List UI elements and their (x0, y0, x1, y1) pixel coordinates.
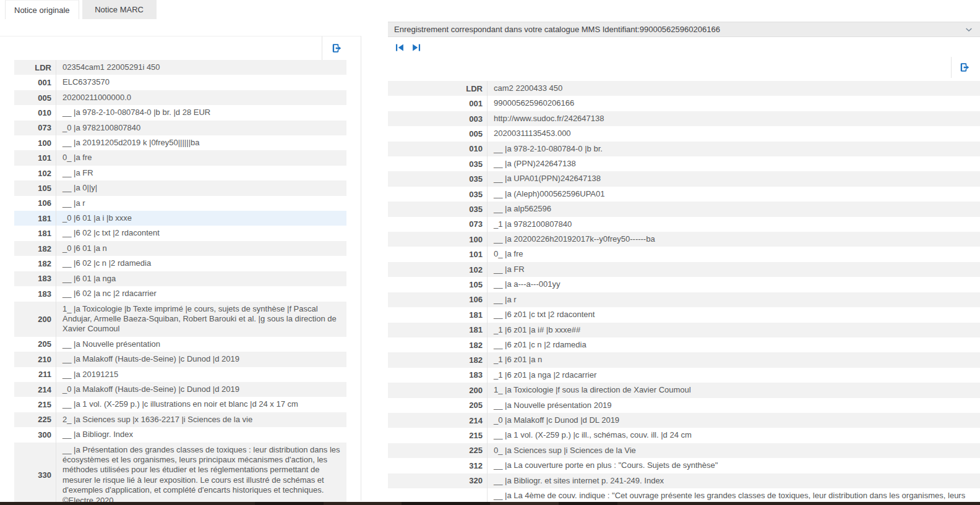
marc-field-row[interactable]: 183 __ |6 02 |a nc |2 rdacarrier (14, 286, 346, 301)
tab-notice-marc[interactable]: Notice MARC (82, 0, 157, 19)
marc-field-row[interactable]: 100 __ |a 20200226h20192017k--y0frey50--… (388, 232, 980, 247)
field-tag: 312 (388, 458, 487, 473)
marc-field-row[interactable]: 181 __ |6 z01 |c txt |2 rdacontent (388, 307, 980, 322)
marc-field-row[interactable]: 005 20200311135453.000 (388, 126, 980, 141)
marc-field-row[interactable]: 214 _0 |a Malakoff |c Dunod |d DL 2019 (388, 413, 980, 428)
marc-field-row[interactable]: 181 __ |6 02 |c txt |2 rdacontent (14, 226, 346, 240)
marc-field-row[interactable]: 225 0_ |a Sciences sup |i Sciences de la… (388, 443, 980, 458)
marc-field-row[interactable]: 183 __ |6 01 |a nga (14, 271, 346, 286)
original-marc-table: LDR 02354cam1 22005291i 450 001 ELC63735… (14, 60, 346, 505)
field-value: __ |a r (56, 196, 346, 211)
marc-field-row[interactable]: 312 __ |a La couverture porte en plus : … (388, 458, 980, 473)
marc-field-row[interactable]: 035 __ |a (PPN)242647138 (388, 156, 980, 171)
field-value: _1 |6 z01 |a i# |b xxxe## (487, 323, 980, 337)
marc-field-row[interactable]: 010 __ |a 978-2-10-080784-0 |b br. |d 28… (14, 105, 346, 120)
marc-compare-page: Notice originale Notice MARC LDR 02354ca… (0, 0, 980, 505)
marc-field-row[interactable]: 210 __ |a Malakoff (Hauts-de-Seine) |c D… (14, 352, 346, 367)
marc-field-row[interactable]: 105 __ |a 0||y| (14, 180, 346, 195)
marc-field-row[interactable]: 200 1_ |a Toxicologie |f sous la directi… (388, 383, 980, 397)
marc-field-row[interactable]: LDR 02354cam1 22005291i 450 (14, 60, 346, 75)
marc-field-row[interactable]: 101 0_ |a fre (388, 247, 980, 261)
marc-field-row[interactable]: 102 __ |a FR (388, 262, 980, 277)
export-record-button[interactable] (331, 42, 343, 54)
field-value: __ |a Nouvelle présentation (56, 337, 346, 352)
marc-field-row[interactable]: 330 __ |a Présentation des grandes class… (14, 443, 346, 505)
field-tag: 330 (14, 443, 56, 505)
field-value: __ |a 20200226h20192017k--y0frey50------… (487, 232, 980, 247)
marc-field-row[interactable]: 035 __ |a alp562596 (388, 202, 980, 216)
field-value: cam2 2200433 450 (487, 81, 980, 96)
marc-field-row[interactable]: 205 __ |a Nouvelle présentation (14, 337, 346, 352)
field-value: __ |a Bibliogr. Index (56, 427, 346, 442)
first-record-button[interactable] (392, 41, 406, 54)
field-value: __ |6 02 |c txt |2 rdacontent (56, 226, 346, 240)
export-record-button[interactable] (959, 61, 971, 74)
field-tag: 035 (388, 171, 487, 186)
field-tag: 106 (14, 196, 56, 211)
marc-field-row[interactable]: 073 _1 |a 9782100807840 (388, 217, 980, 232)
field-tag: 102 (14, 166, 56, 180)
field-value: __ |a 20191215 (56, 367, 346, 382)
marc-field-row[interactable]: 182 __ |6 z01 |c n |2 rdamedia (388, 337, 980, 352)
field-tag: 225 (388, 443, 487, 458)
field-value: _0 |6 01 |a n (56, 241, 346, 256)
right-toolbar (388, 58, 980, 76)
field-value: __ |a 20191205d2019 k |0frey50||||||ba (56, 135, 346, 150)
marc-field-row[interactable]: 183 _1 |6 z01 |a nga |2 rdacarrier (388, 368, 980, 383)
marc-field-row[interactable]: 101 0_ |a fre (14, 150, 346, 165)
marc-field-row[interactable]: 214 _0 |a Malakoff (Hauts-de-Seine) |c D… (14, 382, 346, 397)
field-value: _0 |a Malakoff (Hauts-de-Seine) |c Dunod… (56, 382, 346, 397)
marc-field-row[interactable]: 102 __ |a FR (14, 166, 346, 180)
field-value: __ |a 0||y| (56, 180, 346, 195)
marc-field-row[interactable]: 182 _1 |6 z01 |a n (388, 352, 980, 367)
marc-field-row[interactable]: 100 __ |a 20191205d2019 k |0frey50||||||… (14, 135, 346, 150)
marc-field-row[interactable]: 035 __ |a (Aleph)000562596UPA01 (388, 187, 980, 202)
marc-field-row[interactable]: 215 __ |a 1 vol. (X-259 p.) |c illustrat… (14, 397, 346, 412)
field-tag: 182 (14, 241, 56, 256)
marc-field-row[interactable]: 225 2_ |a Sciences sup |x 1636-2217 |i S… (14, 412, 346, 427)
field-value: __ |a alp562596 (487, 202, 980, 216)
field-tag: 035 (388, 202, 487, 216)
marc-field-row[interactable]: 010 __ |a 978-2-10-080784-0 |b br. (388, 142, 980, 156)
field-tag: 182 (388, 352, 487, 367)
chevron-down-icon[interactable] (964, 25, 974, 35)
marc-field-row[interactable]: LDR cam2 2200433 450 (388, 81, 980, 96)
field-value: _0 |a 9782100807840 (56, 121, 346, 135)
next-record-button[interactable] (410, 41, 424, 54)
marc-field-row[interactable]: 003 http://www.sudoc.fr/242647138 (388, 111, 980, 126)
skip-to-first-icon (392, 41, 406, 54)
field-value: __ |a Malakoff (Hauts-de-Seine) |c Dunod… (56, 352, 346, 367)
field-tag: 001 (14, 75, 56, 90)
tab-bar: Notice originale Notice MARC (5, 0, 157, 19)
marc-field-row[interactable]: 300 __ |a Bibliogr. Index (14, 427, 346, 442)
marc-field-row[interactable]: 005 20200211000000.0 (14, 90, 346, 105)
marc-field-row[interactable]: 320 __ |a Bibliogr. et sites internet p.… (388, 473, 980, 488)
marc-field-row[interactable]: 181 _1 |6 z01 |a i# |b xxxe## (388, 323, 980, 337)
marc-field-row[interactable]: 035 __ |a UPA01(PPN)242647138 (388, 171, 980, 186)
marc-field-row[interactable]: 182 _0 |6 01 |a n (14, 241, 346, 256)
field-value: _1 |6 z01 |a nga |2 rdacarrier (487, 368, 980, 383)
marc-field-row[interactable]: 106 __ |a r (14, 196, 346, 211)
marc-field-row[interactable]: 106 __ |a r (388, 292, 980, 307)
marc-field-row[interactable]: 181 _0 |6 01 |a i |b xxxe (14, 211, 346, 226)
marc-field-row[interactable]: 205 __ |a Nouvelle présentation 2019 (388, 398, 980, 413)
field-tag: 001 (388, 96, 487, 111)
marc-field-row[interactable]: 211 __ |a 20191215 (14, 367, 346, 382)
marc-field-row[interactable]: 200 1_ |a Toxicologie |b Texte imprimé |… (14, 302, 346, 337)
marc-field-row[interactable]: 182 __ |6 02 |c n |2 rdamedia (14, 256, 346, 271)
field-tag: 200 (14, 302, 56, 337)
marc-field-row[interactable]: 001 990005625960206166 (388, 96, 980, 111)
field-tag: 035 (388, 156, 487, 171)
catalogue-marc-table: LDR cam2 2200433 450 001 990005625960206… (388, 81, 980, 505)
marc-field-row[interactable]: 073 _0 |a 9782100807840 (14, 121, 346, 135)
field-tag: 300 (14, 427, 56, 442)
field-value: 2_ |a Sciences sup |x 1636-2217 |i Scien… (56, 412, 346, 427)
marc-field-row[interactable]: 001 ELC6373570 (14, 75, 346, 90)
mms-header-bar[interactable]: Enregistrement correspondant dans votre … (388, 22, 980, 37)
marc-field-row[interactable]: 105 __ |a a---a---001yy (388, 277, 980, 292)
field-tag: LDR (388, 81, 487, 96)
field-value: __ |a r (487, 292, 980, 307)
marc-field-row[interactable]: 215 __ |a 1 vol. (X-259 p.) |c ill., sch… (388, 428, 980, 443)
tab-notice-originale[interactable]: Notice originale (5, 0, 79, 19)
field-value: __ |a UPA01(PPN)242647138 (487, 171, 980, 186)
